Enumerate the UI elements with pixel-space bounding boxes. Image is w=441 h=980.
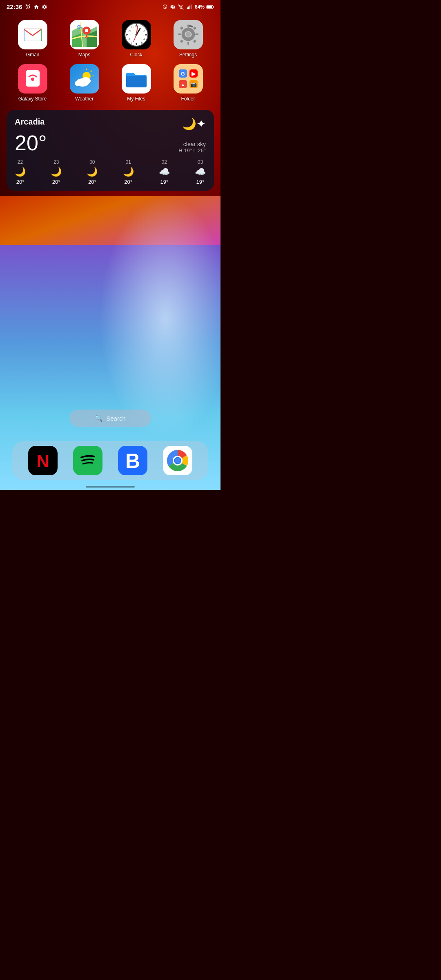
svg-text:▶: ▶ <box>192 71 196 77</box>
dock-netflix[interactable]: N <box>28 446 58 475</box>
nav-indicator <box>86 486 135 488</box>
svg-rect-2 <box>189 5 190 9</box>
galaxy-store-label: Galaxy Store <box>18 96 47 102</box>
hourly-weather-icon: 🌙 <box>15 167 26 177</box>
bixby-icon: B <box>118 446 147 475</box>
hourly-item: 03 ☁️ 19° <box>195 159 206 185</box>
svg-rect-45 <box>195 33 198 35</box>
widget-high-low: H:19° L:26° <box>178 147 206 154</box>
chrome-icon <box>163 446 192 475</box>
settings-label: Settings <box>179 52 197 58</box>
svg-text:11: 11 <box>131 26 134 29</box>
netflix-icon: N <box>28 446 58 475</box>
search-label: Search <box>106 415 126 422</box>
svg-rect-5 <box>213 6 214 8</box>
widget-body: 20° clear sky H:19° L:26° <box>15 132 206 154</box>
svg-point-39 <box>135 34 137 36</box>
svg-text:6: 6 <box>136 42 137 45</box>
app-gmail[interactable]: Gmail <box>10 20 55 58</box>
widget-temperature: 20° <box>15 132 47 154</box>
svg-point-82 <box>175 458 180 463</box>
hourly-item: 02 ☁️ 19° <box>159 159 170 185</box>
weather-widget[interactable]: Arcadia 🌙✦ 20° clear sky H:19° L:26° 22 … <box>7 110 214 191</box>
status-time: 22:36 <box>7 3 22 10</box>
quick-settings-icon <box>42 4 47 10</box>
hourly-item: 23 🌙 20° <box>51 159 62 185</box>
moon-icon: 🌙✦ <box>182 117 206 131</box>
hourly-time: 03 <box>198 159 203 165</box>
dock-chrome[interactable] <box>163 446 192 475</box>
hourly-time: 02 <box>162 159 167 165</box>
folder-label: Folder <box>181 96 195 102</box>
hourly-item: 22 🌙 20° <box>15 159 26 185</box>
wifi-icon <box>178 4 184 10</box>
wallpaper-light <box>99 196 220 441</box>
svg-text:G: G <box>181 71 185 77</box>
folder-icon: G ▶ ▲ 📷 <box>174 64 203 94</box>
maps-icon: G <box>70 20 99 49</box>
battery-percent: 84% <box>195 4 205 10</box>
status-left: 22:36 <box>7 3 47 10</box>
app-settings[interactable]: Settings <box>165 20 211 58</box>
clock-icon: 12 3 6 9 1 2 4 5 7 8 10 11 <box>122 20 151 49</box>
app-weather[interactable]: Weather <box>62 64 107 102</box>
spotify-icon <box>73 446 102 475</box>
svg-rect-3 <box>191 4 192 9</box>
hourly-item: 00 🌙 20° <box>87 159 98 185</box>
hourly-item: 01 🌙 20° <box>123 159 134 185</box>
status-bar: 22:36 84% <box>0 0 220 12</box>
svg-text:G: G <box>77 24 81 30</box>
svg-text:10: 10 <box>128 29 131 32</box>
search-bar[interactable]: 🔍 Search <box>69 410 151 427</box>
dock-spotify[interactable] <box>73 446 102 475</box>
app-galaxy-store[interactable]: Galaxy Store <box>10 64 55 102</box>
svg-rect-63 <box>174 65 203 93</box>
home-icon <box>33 4 39 10</box>
svg-text:▲: ▲ <box>180 82 185 87</box>
search-icon: 🔍 <box>95 414 103 422</box>
svg-text:3: 3 <box>145 33 147 36</box>
settings-icon <box>174 20 203 49</box>
weather-app-icon <box>70 64 99 94</box>
widget-description: clear sky H:19° L:26° <box>178 141 206 154</box>
hourly-time: 01 <box>125 159 131 165</box>
app-my-files[interactable]: My Files <box>114 64 159 102</box>
my-files-label: My Files <box>127 96 145 102</box>
svg-point-16 <box>85 29 88 32</box>
alarm-icon <box>24 4 31 10</box>
alarm-status-icon <box>162 4 168 10</box>
hourly-weather-icon: 🌙 <box>51 167 62 177</box>
svg-text:📷: 📷 <box>190 81 197 88</box>
hourly-weather-icon: ☁️ <box>159 167 170 177</box>
maps-label: Maps <box>78 52 90 58</box>
gmail-icon <box>18 20 47 49</box>
widget-sky: clear sky <box>178 141 206 147</box>
app-folder[interactable]: G ▶ ▲ 📷 Folder <box>165 64 211 102</box>
hourly-time: 22 <box>18 159 23 165</box>
svg-point-59 <box>81 77 91 85</box>
widget-header: Arcadia 🌙✦ <box>15 117 206 131</box>
hourly-weather-icon: 🌙 <box>123 167 134 177</box>
hourly-weather-icon: ☁️ <box>195 167 206 177</box>
hourly-time: 00 <box>89 159 95 165</box>
app-clock[interactable]: 12 3 6 9 1 2 4 5 7 8 10 11 Clock <box>114 20 159 58</box>
svg-point-75 <box>77 450 98 471</box>
hourly-temp: 20° <box>88 179 96 185</box>
my-files-icon <box>122 64 151 94</box>
weather-app-label: Weather <box>75 96 94 102</box>
battery-icon <box>207 4 214 9</box>
app-maps[interactable]: G Maps <box>62 20 107 58</box>
widget-city: Arcadia <box>15 117 45 127</box>
hourly-temp: 19° <box>160 179 168 185</box>
svg-point-52 <box>31 78 34 81</box>
svg-text:B: B <box>125 450 140 472</box>
svg-point-60 <box>75 80 82 86</box>
hourly-temp: 20° <box>16 179 24 185</box>
svg-rect-0 <box>187 7 188 9</box>
dock: N B <box>12 441 208 480</box>
dock-bixby[interactable]: B <box>118 446 147 475</box>
svg-text:N: N <box>37 452 49 471</box>
svg-rect-62 <box>126 76 147 87</box>
svg-rect-1 <box>188 6 189 9</box>
svg-rect-44 <box>178 33 181 35</box>
